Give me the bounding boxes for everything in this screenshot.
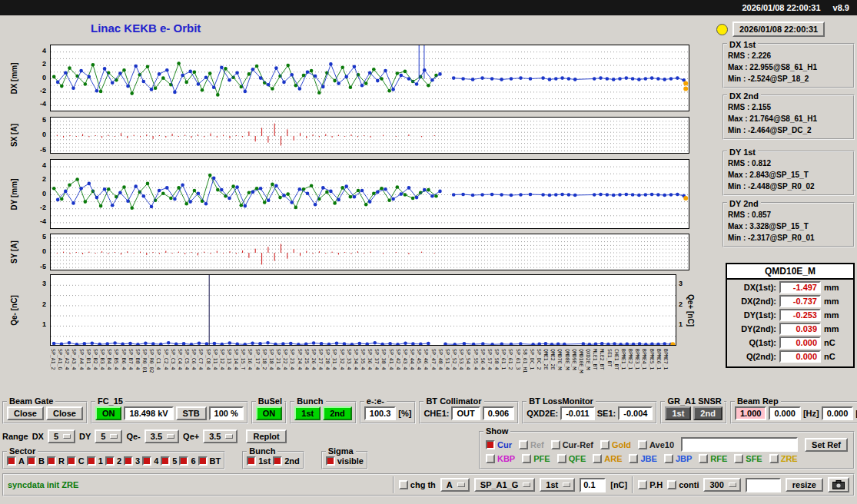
bunch-2nd-button[interactable]: 2nd xyxy=(323,406,352,420)
show-cur-checkbox[interactable]: Cur xyxy=(486,440,512,449)
count-select[interactable]: 300 xyxy=(703,478,740,492)
beam-gate-close-1-button[interactable]: Close xyxy=(7,406,44,420)
chg-th-checkbox[interactable]: chg th xyxy=(399,480,436,489)
plot-dx: DX [mm] 420-2-4 xyxy=(0,45,701,111)
set-ref-button[interactable]: Set Ref xyxy=(805,438,848,452)
stat-min: Min : -2.448@SP_R0_02 xyxy=(728,181,850,192)
gr-a1-1st-button[interactable]: 1st xyxy=(665,406,691,420)
show-rfe-checkbox[interactable]: RFE xyxy=(699,454,727,463)
dropdown-indicator-icon xyxy=(225,434,233,439)
range-qe-plus-select[interactable]: 3.5 xyxy=(203,429,238,443)
range-dx-select[interactable]: 5 xyxy=(48,429,75,443)
sector-3-checkbox[interactable]: 3 xyxy=(124,456,140,466)
show-cur-ref-checkbox[interactable]: Cur-Ref xyxy=(551,440,593,449)
gr-a1-2nd-button[interactable]: 2nd xyxy=(693,406,722,420)
group-bunch-select: Bunch 1st 2nd xyxy=(242,451,304,469)
se1-value: -0.004 xyxy=(618,406,653,420)
sigma-visible-checkbox[interactable]: visible xyxy=(326,456,364,466)
app-version: v8.9 xyxy=(833,3,849,12)
sector-4-checkbox[interactable]: 4 xyxy=(142,456,158,466)
checkbox-indicator xyxy=(664,454,673,463)
checkbox-indicator xyxy=(179,456,188,466)
sector-1-label: 1 xyxy=(98,456,103,466)
show-ave10-label: Ave10 xyxy=(649,440,674,449)
monitor-row-label: Q(2nd): xyxy=(730,352,776,361)
sector-2-checkbox[interactable]: 2 xyxy=(105,456,121,466)
sector-select[interactable]: A xyxy=(440,478,470,492)
show-ave10-checkbox[interactable]: Ave10 xyxy=(638,440,674,449)
monitor-row-value: -0.253 xyxy=(779,309,821,321)
range-qe-minus-select[interactable]: 3.5 xyxy=(144,429,179,443)
bpm-select[interactable]: SP_A1_G xyxy=(474,478,536,492)
busel-on-button[interactable]: ON xyxy=(256,406,283,420)
status-message: syncdata init ZRE xyxy=(8,480,78,489)
checkbox-indicator xyxy=(486,440,495,449)
group-gr-a1-snsr-label: GR_A1 SNSR xyxy=(665,396,723,406)
sector-b-checkbox[interactable]: B xyxy=(27,456,45,466)
timestamp-display: 2026/01/08 22:00:31 xyxy=(732,22,825,37)
group-bunch-label: Bunch xyxy=(294,396,325,406)
sector-c-checkbox[interactable]: C xyxy=(67,456,85,466)
show-pfe-checkbox[interactable]: PFE xyxy=(522,454,550,463)
bunch-select[interactable]: 1st xyxy=(540,478,575,492)
bunch-1st-button[interactable]: 1st xyxy=(294,406,321,420)
beam-gate-close-2-button[interactable]: Close xyxy=(46,406,83,420)
timestamp-row: 2026/01/08 22:00:31 xyxy=(716,22,855,37)
group-ee-ratio: e-:e- 100.3 [%] xyxy=(360,401,417,424)
show-kbp-checkbox[interactable]: KBP xyxy=(486,454,515,463)
checkbox-indicator xyxy=(769,454,779,463)
group-fc15-label: FC_15 xyxy=(95,396,125,406)
conti-checkbox[interactable]: conti xyxy=(667,480,699,489)
control-panel: Beam Gate Close Close FC_15 ON 18.498 kV… xyxy=(0,401,857,469)
show-jbp-checkbox[interactable]: JBP xyxy=(664,454,692,463)
show-qfe-checkbox[interactable]: QFE xyxy=(557,454,586,463)
qe-left-ticks: 321 xyxy=(29,274,48,346)
show-gold-checkbox[interactable]: Gold xyxy=(600,440,631,449)
sy-y-ticks: 50-5 xyxy=(29,234,48,270)
sector-a-checkbox[interactable]: A xyxy=(7,456,25,466)
monitor-row-value: -0.737 xyxy=(779,295,821,307)
beam-rep-actual-value: 0.000 xyxy=(769,406,801,420)
ref-file-input[interactable] xyxy=(681,437,798,452)
dropdown-indicator-icon xyxy=(729,482,736,487)
sector-1-checkbox[interactable]: 1 xyxy=(87,456,103,466)
threshold-input[interactable] xyxy=(580,478,606,492)
sector-2-label: 2 xyxy=(117,456,121,466)
group-beam-rep: Beam Rep 1.000 0.000 [Hz] 0.000 [%] xyxy=(730,401,857,424)
screenshot-button[interactable] xyxy=(828,477,849,492)
sx-y-ticks: 50-5 xyxy=(29,117,48,154)
threshold-unit: [nC] xyxy=(610,480,627,489)
checkbox-indicator xyxy=(47,456,56,466)
checkbox-indicator xyxy=(124,456,133,466)
show-jbe-checkbox[interactable]: JBE xyxy=(629,454,656,463)
sector-bt-checkbox[interactable]: BT xyxy=(198,456,221,466)
bunch-2nd-checkbox[interactable]: 2nd xyxy=(273,456,300,466)
sector-r-checkbox[interactable]: R xyxy=(47,456,65,466)
monitor-row: DY(1st): -0.253 mm xyxy=(727,307,853,321)
bunch-1st-checkbox[interactable]: 1st xyxy=(247,456,271,466)
sector-6-checkbox[interactable]: 6 xyxy=(179,456,195,466)
show-sfe-checkbox[interactable]: SFE xyxy=(734,454,762,463)
clock: 2026/01/08 22:00:31 xyxy=(742,3,820,12)
ph-checkbox[interactable]: P.H xyxy=(638,480,663,489)
stat-box-dy-2nd-label: DY 2nd xyxy=(727,197,761,211)
dy-axis-label: DY [mm] xyxy=(10,178,18,210)
extra-input[interactable] xyxy=(746,478,781,492)
show-are-checkbox[interactable]: ARE xyxy=(593,454,622,463)
replot-button[interactable]: Replot xyxy=(246,429,286,443)
show-zre-checkbox[interactable]: ZRE xyxy=(769,454,798,463)
ee-ratio-value: 100.3 xyxy=(364,406,397,420)
dropdown-indicator-icon xyxy=(63,434,71,439)
fc15-stb-button[interactable]: STB xyxy=(176,406,207,420)
bunch-select-value: 1st xyxy=(546,480,558,489)
sector-5-checkbox[interactable]: 5 xyxy=(161,456,177,466)
beam-rep-percent-value: 0.000 xyxy=(822,406,854,420)
fc15-on-button[interactable]: ON xyxy=(95,406,122,420)
show-ref-checkbox[interactable]: Ref xyxy=(519,440,544,449)
monitor-row-value: 0.000 xyxy=(779,350,821,363)
range-dy-select[interactable]: 5 xyxy=(95,429,122,443)
dropdown-indicator-icon xyxy=(110,434,118,439)
stat-rms: RMS : 0.812 xyxy=(728,158,850,169)
resize-button[interactable]: resize xyxy=(786,478,823,492)
sector-a-label: A xyxy=(18,456,25,466)
